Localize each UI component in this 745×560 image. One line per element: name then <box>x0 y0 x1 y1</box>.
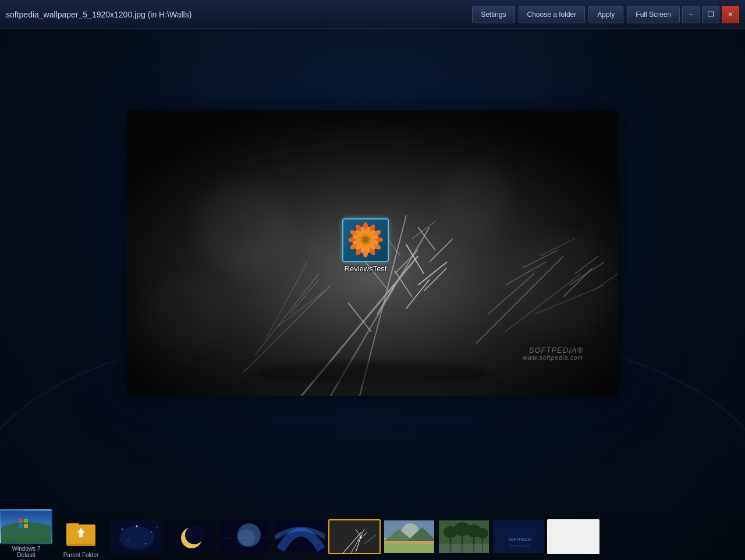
main-area: ReviewsTest SOFTPEDIA® www.softpedia.com <box>0 29 745 560</box>
thumb-moon2-group[interactable] <box>219 519 271 554</box>
brand-text: SOFTPEDIA® <box>529 346 583 355</box>
svg-point-71 <box>366 238 368 240</box>
thumb-white-group[interactable] <box>547 519 599 554</box>
thumb-white[interactable] <box>547 519 599 554</box>
svg-point-70 <box>364 238 366 240</box>
svg-rect-80 <box>24 524 28 528</box>
thumbnail-strip: Windows 7 Default wallpaper Parent Folde… <box>0 513 745 560</box>
thumb-forest[interactable] <box>438 519 490 554</box>
thumb-blue-swirl-group[interactable] <box>274 519 326 554</box>
thumb-dark-blue-group[interactable] <box>109 519 162 554</box>
thumb-moon[interactable] <box>164 519 217 554</box>
thumb-thorns[interactable] <box>328 519 381 554</box>
thumb-landscape-group[interactable] <box>383 519 435 554</box>
thumb-win7-label: Windows 7 Default wallpaper <box>12 545 41 561</box>
svg-point-72 <box>365 240 367 242</box>
svg-rect-78 <box>24 519 28 523</box>
thumb-thorns-group[interactable] <box>328 519 381 554</box>
thumb-moon2[interactable] <box>219 519 271 554</box>
svg-rect-123 <box>439 544 490 554</box>
svg-point-73 <box>363 240 364 241</box>
desktop-icon[interactable]: ReviewsTest <box>342 218 389 273</box>
thumb-moon-group[interactable] <box>164 519 217 554</box>
titlebar: softpedia_wallpaper_5_1920x1200.jpg (in … <box>0 0 745 29</box>
close-button[interactable]: ✕ <box>722 6 739 23</box>
settings-button[interactable]: Settings <box>472 6 515 23</box>
svg-point-95 <box>185 526 204 544</box>
minimize-button[interactable]: − <box>682 6 700 23</box>
thumb-parent-folder[interactable] <box>55 516 107 551</box>
thumb-softpedia-group[interactable]: SOFTPEDIA www.softpedia.com <box>492 519 545 554</box>
wallpaper-preview: ReviewsTest SOFTPEDIA® www.softpedia.com <box>127 111 618 396</box>
choose-folder-button[interactable]: Choose a folder <box>519 6 586 23</box>
thumb-blue-swirl[interactable] <box>274 519 326 554</box>
thumb-win7[interactable] <box>0 509 52 544</box>
thumb-win7-group[interactable]: Windows 7 Default wallpaper <box>0 509 52 561</box>
thumb-parent-group[interactable]: Parent Folder <box>55 516 107 558</box>
restore-button[interactable]: ❐ <box>702 6 719 23</box>
svg-point-74 <box>367 240 368 241</box>
svg-text:www.softpedia.com: www.softpedia.com <box>510 544 530 547</box>
svg-point-86 <box>122 529 123 530</box>
thumb-dark-blue[interactable] <box>109 519 162 554</box>
desktop-icon-label: ReviewsTest <box>345 264 387 273</box>
svg-point-92 <box>119 526 154 550</box>
svg-text:SOFTPEDIA: SOFTPEDIA <box>508 537 531 541</box>
preview-image-area: ReviewsTest SOFTPEDIA® www.softpedia.com <box>127 111 618 396</box>
fullscreen-button[interactable]: Full Screen <box>627 6 680 23</box>
svg-rect-77 <box>19 519 23 523</box>
svg-rect-79 <box>19 524 23 528</box>
window-title: softpedia_wallpaper_5_1920x1200.jpg (in … <box>6 10 469 19</box>
svg-point-91 <box>157 527 158 528</box>
thumb-parent-label: Parent Folder <box>63 552 99 558</box>
desktop-icon-image <box>342 218 389 262</box>
apply-button[interactable]: Apply <box>588 6 623 23</box>
thumb-forest-group[interactable] <box>438 519 490 554</box>
watermark: SOFTPEDIA® www.softpedia.com <box>523 346 583 361</box>
url-text: www.softpedia.com <box>523 355 583 361</box>
svg-point-122 <box>477 528 488 538</box>
wallpaper-bg: ReviewsTest SOFTPEDIA® www.softpedia.com <box>127 111 618 396</box>
thumb-softpedia[interactable]: SOFTPEDIA www.softpedia.com <box>492 519 545 554</box>
svg-point-69 <box>361 236 370 244</box>
thumb-landscape[interactable] <box>383 519 435 554</box>
